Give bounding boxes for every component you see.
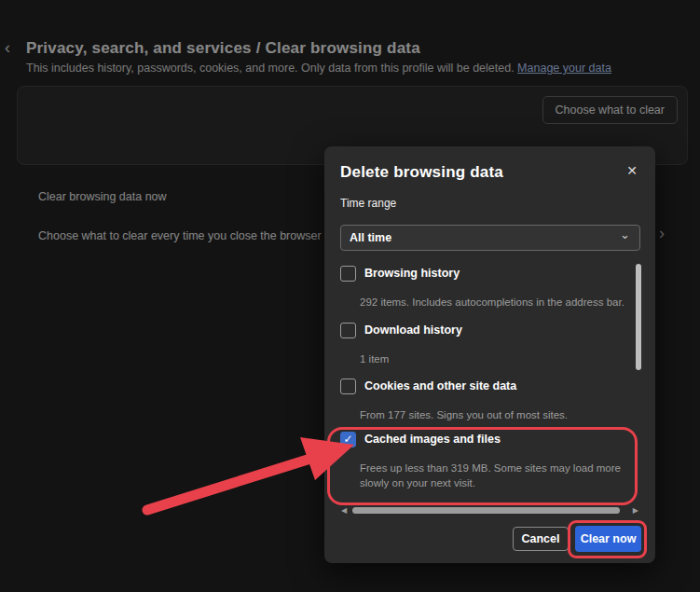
scroll-left-icon[interactable]: ◀ <box>341 507 347 515</box>
time-range-value: All time <box>350 231 391 244</box>
vertical-scrollbar-thumb[interactable] <box>636 264 641 370</box>
chevron-down-icon: ⌄ <box>620 227 630 241</box>
list-item-cached-images: ✓ Cached images and files Frees up less … <box>340 430 631 490</box>
item-label: Browsing history <box>364 267 460 280</box>
dialog-title: Delete browsing data <box>340 163 503 182</box>
item-description: 292 items. Includes autocompletions in t… <box>360 295 632 310</box>
checkbox-row[interactable]: ✓ Cookies and other site data <box>340 377 631 395</box>
checkmark-icon: ✓ <box>343 434 352 445</box>
item-label: Cached images and files <box>364 433 501 446</box>
item-description: Frees up less than 319 MB. Some sites ma… <box>360 461 632 490</box>
item-description: From 177 sites. Signs you out of most si… <box>360 407 632 422</box>
list-item-download-history: ✓ Download history 1 item <box>340 321 631 366</box>
list-item-browsing-history: ✓ Browsing history 292 items. Includes a… <box>340 264 631 310</box>
clear-now-button[interactable]: Clear now <box>575 526 641 552</box>
horizontal-scrollbar-thumb[interactable] <box>352 507 620 514</box>
cookies-checkbox[interactable]: ✓ <box>340 379 356 394</box>
browsing-history-checkbox[interactable]: ✓ <box>340 266 356 282</box>
cancel-button[interactable]: Cancel <box>513 527 569 551</box>
time-range-select[interactable]: All time ⌄ <box>340 225 640 251</box>
delete-browsing-data-dialog: Delete browsing data ✕ Time range All ti… <box>324 146 655 563</box>
checkbox-row[interactable]: ✓ Browsing history <box>340 264 631 282</box>
cached-images-checkbox[interactable]: ✓ <box>340 432 356 447</box>
scroll-right-icon[interactable]: ▶ <box>633 507 638 515</box>
checkbox-row[interactable]: ✓ Cached images and files <box>340 430 631 448</box>
time-range-label: Time range <box>340 197 396 210</box>
download-history-checkbox[interactable]: ✓ <box>340 323 356 338</box>
checkbox-row[interactable]: ✓ Download history <box>340 321 631 339</box>
item-description: 1 item <box>360 351 632 366</box>
item-label: Cookies and other site data <box>364 379 516 392</box>
list-item-cookies: ✓ Cookies and other site data From 177 s… <box>340 377 631 422</box>
item-label: Download history <box>364 324 462 337</box>
close-icon[interactable]: ✕ <box>620 158 644 183</box>
horizontal-scrollbar: ◀ ▶ <box>337 505 642 516</box>
